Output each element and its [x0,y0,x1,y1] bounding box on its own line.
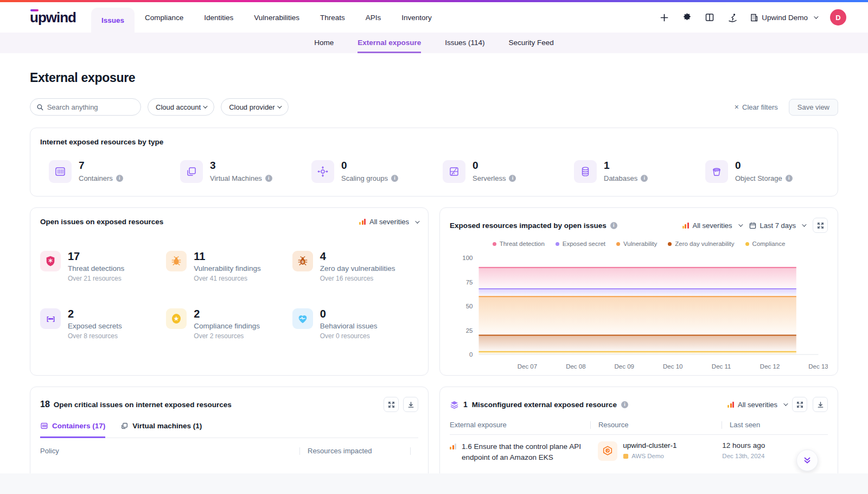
layers-icon [450,400,459,409]
impact-area-chart[interactable]: 0255075100Dec 07Dec 08Dec 09Dec 10Dec 11… [450,248,828,375]
chevron-down-icon [203,104,207,108]
stat-behavioral-issues[interactable]: 0 Behavioral issues Over 0 resources [292,308,418,340]
plus-icon[interactable] [659,12,669,22]
expand-icon[interactable] [813,218,828,233]
table-header: External exposure Resource Last seen [450,421,828,435]
severity-filter-dropdown[interactable]: All severities [359,218,418,226]
org-switcher[interactable]: Upwind Demo [750,14,817,22]
policy-text[interactable]: 1.6 Ensure that the control plane API en… [462,441,592,463]
search-icon [37,104,43,111]
info-icon[interactable]: i [265,175,272,182]
impact-chart-panel: Exposed resources impacted by open issue… [439,207,838,376]
nav-tab-vulnerabilities[interactable]: Vulnerabilities [244,2,310,33]
severity-bars-icon [727,402,734,408]
panel-title: Misconfigured external exposed resource [472,401,617,409]
type-card-serverless[interactable]: 0 Serverlessi [434,160,565,183]
chevron-down-icon [738,222,743,226]
chevron-down-icon [277,104,282,108]
severity-filter-dropdown[interactable]: All severities [682,221,742,230]
column-resource[interactable]: Resource [598,421,714,429]
nav-tab-inventory[interactable]: Inventory [391,2,442,33]
svg-text:Dec 10: Dec 10 [663,363,682,370]
info-icon[interactable]: i [391,175,398,182]
info-icon[interactable]: i [641,175,648,182]
top-navigation-bar: upwind Issues Compliance Identities Vuln… [0,2,868,33]
legend-item[interactable]: Zero day vulnerability [668,240,734,247]
column-last-seen[interactable]: Last seen [730,421,828,429]
severity-bars-icon [682,223,689,229]
stat-compliance-findings[interactable]: ★ 2 Compliance findings Over 2 resources [166,308,292,340]
object-storage-icon [705,160,728,183]
info-icon[interactable]: i [610,222,617,229]
date-range-dropdown[interactable]: Last 7 days [749,221,806,230]
zero-day-bug-icon: 0 [292,251,313,271]
stat-zero-day-vulnerabilities[interactable]: 0 4 Zero day vulnerabilities Over 16 res… [292,251,418,282]
upwind-logo[interactable]: upwind [30,2,76,33]
secrets-icon: [•••] [40,308,61,329]
column-external-exposure[interactable]: External exposure [450,421,583,429]
split-view-icon[interactable] [705,12,714,22]
legend-item[interactable]: Compliance [745,240,786,247]
subnav-security-feed[interactable]: Security Feed [509,33,554,53]
legend-item[interactable]: Threat detection [493,240,545,247]
scroll-down-button[interactable] [796,449,818,471]
svg-text:Dec 08: Dec 08 [566,363,585,370]
surfer-icon[interactable] [727,12,737,22]
subnav-issues[interactable]: Issues (114) [445,33,484,53]
type-card-databases[interactable]: 1 Databasesi [565,160,697,183]
containers-icon [40,422,48,430]
stat-exposed-secrets[interactable]: [•••] 2 Exposed secrets Over 8 resources [40,308,166,340]
panel-title: Internet exposed resources by type [40,138,828,146]
nav-tab-threats[interactable]: Threats [310,2,355,33]
tab-containers[interactable]: Containers (17) [40,422,105,438]
search-input-wrap[interactable] [30,98,141,116]
svg-text:100: 100 [462,255,473,261]
misconfigured-panel: 1 Misconfigured external exposed resourc… [439,387,838,473]
search-input[interactable] [47,103,134,111]
info-icon[interactable]: i [621,401,628,408]
subnav-external-exposure[interactable]: External exposure [358,33,421,53]
gear-icon[interactable] [682,12,692,22]
save-view-button[interactable]: Save view [789,99,838,116]
svg-text:75: 75 [466,279,473,286]
expand-icon[interactable] [384,397,399,412]
nav-tab-apis[interactable]: APIs [355,2,392,33]
cloud-provider-dropdown[interactable]: Cloud provider [221,98,289,116]
type-card-object-storage[interactable]: 0 Object Storagei [697,160,828,183]
nav-tab-identities[interactable]: Identities [194,2,244,33]
download-icon[interactable] [403,397,418,412]
table-row[interactable]: 1.6 Ensure that the control plane API en… [450,441,828,463]
type-card-containers[interactable]: 7 Containersi [40,160,171,183]
tab-virtual-machines[interactable]: Virtual machines (1) [120,422,202,438]
critical-issues-panel: 18 Open critical issues on internet expo… [30,387,429,473]
type-card-scaling-groups[interactable]: 0 Scaling groupsi [303,160,434,183]
serverless-icon [443,160,465,183]
resource-account: AWS Demo [623,453,676,459]
expand-icon[interactable] [792,397,807,412]
user-avatar[interactable]: D [830,9,846,26]
nav-tab-compliance[interactable]: Compliance [135,2,194,33]
stat-vulnerability-findings[interactable]: 11 Vulnerability findings Over 41 resour… [166,251,292,282]
building-icon [750,14,758,22]
nav-tab-issues[interactable]: Issues [91,8,135,33]
svg-text:50: 50 [466,303,473,309]
legend-item[interactable]: Exposed secret [556,240,605,247]
resource-name[interactable]: upwind-cluster-1 [623,441,676,449]
clear-filters-button[interactable]: × Clear filters [735,103,778,111]
cloud-account-dropdown[interactable]: Cloud account [148,98,214,116]
type-card-virtual-machines[interactable]: 3 Virtual Machinesi [171,160,303,183]
severity-bars-icon [450,444,456,449]
legend-item[interactable]: Vulnerability [616,240,657,247]
info-icon[interactable]: i [786,175,793,182]
stat-threat-detections[interactable]: 17 Threat detections Over 21 resources [40,251,166,282]
subnav-home[interactable]: Home [314,33,334,53]
info-icon[interactable]: i [509,175,516,182]
misconfigured-count: 1 [463,400,468,409]
column-resources-impacted[interactable]: Resources impacted [308,447,403,455]
info-icon[interactable]: i [116,175,123,182]
containers-icon [49,160,72,183]
column-policy[interactable]: Policy [40,447,292,455]
severity-filter-dropdown[interactable]: All severities [727,401,787,409]
download-icon[interactable] [813,397,828,412]
legend-dot [493,242,496,246]
